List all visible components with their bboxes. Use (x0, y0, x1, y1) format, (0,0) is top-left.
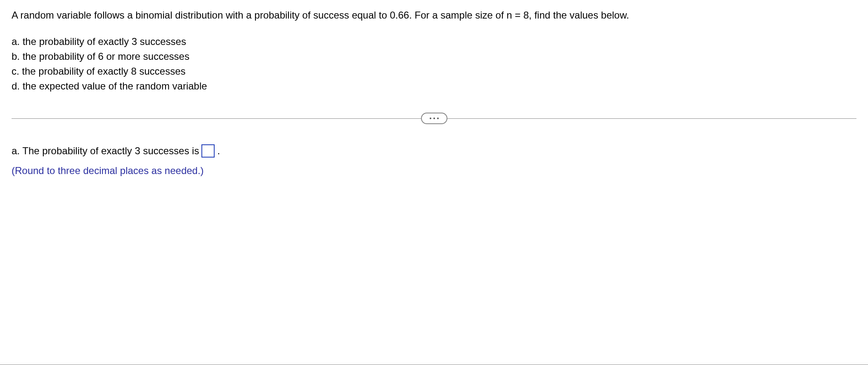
question-intro: A random variable follows a binomial dis… (12, 8, 856, 23)
answer-input-a[interactable] (201, 144, 215, 158)
answer-prefix: a. The probability of exactly 3 successe… (12, 143, 199, 159)
answer-suffix: . (217, 143, 220, 159)
ellipsis-icon (437, 118, 439, 119)
part-b: b. the probability of 6 or more successe… (12, 49, 856, 64)
part-c: c. the probability of exactly 8 successe… (12, 64, 856, 79)
expand-pill[interactable] (421, 113, 447, 124)
ellipsis-icon (433, 118, 435, 119)
part-d: d. the expected value of the random vari… (12, 79, 856, 94)
answer-section: a. The probability of exactly 3 successe… (12, 143, 856, 179)
part-a: a. the probability of exactly 3 successe… (12, 34, 856, 49)
answer-line-a: a. The probability of exactly 3 successe… (12, 143, 856, 159)
section-divider (12, 110, 856, 127)
rounding-hint: (Round to three decimal places as needed… (12, 163, 856, 179)
question-parts-list: a. the probability of exactly 3 successe… (12, 34, 856, 94)
ellipsis-icon (430, 118, 431, 119)
